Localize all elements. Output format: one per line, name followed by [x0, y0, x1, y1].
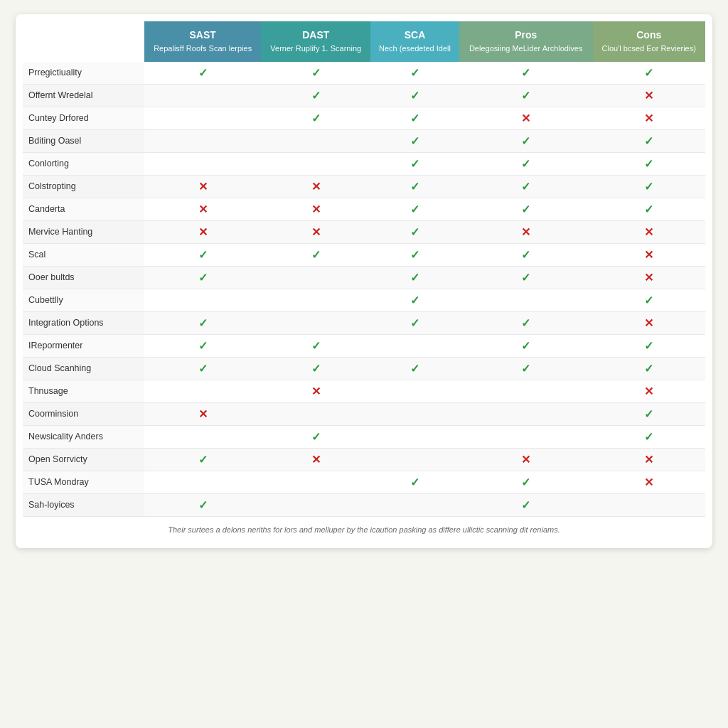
table-row: Prregictiuality✓✓✓✓✓ [23, 62, 705, 85]
check-icon: ✓ [644, 67, 653, 79]
check-icon: ✓ [521, 203, 530, 215]
cell-dast: ✓ [261, 334, 370, 357]
check-icon: ✓ [198, 272, 208, 284]
cell-pros: ✓ [459, 471, 593, 493]
cell-pros: ✓ [459, 152, 593, 175]
cell-dast [261, 471, 370, 493]
cell-sca: ✓ [370, 289, 459, 311]
cross-icon: ✕ [644, 317, 653, 329]
cell-feature: IRepormenter [23, 334, 144, 357]
cell-sast [144, 107, 262, 129]
comparison-table-container: SASTRepalisff Roofs Scan lerpiesDASTVern… [16, 14, 712, 548]
check-icon: ✓ [410, 181, 419, 193]
cell-pros [459, 380, 593, 402]
cell-sca: ✓ [370, 152, 459, 175]
check-icon: ✓ [311, 431, 321, 443]
cell-sca: ✓ [370, 62, 459, 85]
cell-feature: Newsicality Anders [23, 425, 144, 448]
table-header: SASTRepalisff Roofs Scan lerpiesDASTVern… [23, 21, 705, 62]
cell-sast [144, 380, 262, 402]
check-icon: ✓ [644, 181, 653, 193]
cell-feature: Coorminsion [23, 402, 144, 425]
cell-feature: Ooer bultds [23, 266, 144, 289]
check-icon: ✓ [521, 90, 530, 102]
check-icon: ✓ [521, 181, 530, 193]
cell-dast [261, 266, 370, 289]
cell-sca: ✓ [370, 357, 459, 380]
check-icon: ✓ [198, 499, 208, 511]
cross-icon: ✕ [644, 476, 653, 488]
cross-icon: ✕ [521, 226, 530, 238]
cell-feature: Mervice Hanting [23, 220, 144, 243]
cell-pros: ✓ [459, 62, 593, 85]
cell-cons: ✓ [593, 175, 706, 198]
cell-sast: ✕ [144, 175, 262, 198]
cell-pros [459, 289, 593, 311]
cell-feature: Prregictiuality [23, 62, 144, 85]
cell-dast: ✓ [261, 84, 370, 107]
cell-sca [370, 448, 459, 471]
check-icon: ✓ [521, 363, 530, 375]
cell-feature: Offernt Wredelal [23, 84, 144, 107]
table-row: Open Sorrvicty✓✕✕✕ [23, 448, 705, 471]
check-icon: ✓ [410, 112, 419, 124]
cross-icon: ✕ [311, 226, 321, 238]
cell-dast: ✕ [261, 198, 370, 220]
cell-dast: ✕ [261, 220, 370, 243]
cell-sca: ✓ [370, 107, 459, 129]
check-icon: ✓ [521, 158, 530, 170]
table-row: Conlorting✓✓✓ [23, 152, 705, 175]
cell-sca [370, 380, 459, 402]
check-icon: ✓ [644, 431, 653, 443]
cross-icon: ✕ [644, 226, 653, 238]
table-row: IRepormenter✓✓✓✓ [23, 334, 705, 357]
table-row: Thnusage✕✕ [23, 380, 705, 402]
table-row: Offernt Wredelal✓✓✓✕ [23, 84, 705, 107]
cell-pros: ✓ [459, 243, 593, 266]
check-icon: ✓ [644, 203, 653, 215]
cell-sast: ✕ [144, 402, 262, 425]
cross-icon: ✕ [644, 112, 653, 124]
cell-sast: ✓ [144, 243, 262, 266]
cell-sast: ✓ [144, 493, 262, 516]
cross-icon: ✕ [198, 181, 208, 193]
cell-cons: ✓ [593, 289, 706, 311]
check-icon: ✓ [521, 249, 530, 261]
cell-cons: ✓ [593, 152, 706, 175]
cell-feature: Sah-loyices [23, 493, 144, 516]
cell-dast: ✕ [261, 448, 370, 471]
check-icon: ✓ [410, 67, 419, 79]
cell-sast: ✓ [144, 334, 262, 357]
cell-dast [261, 402, 370, 425]
cross-icon: ✕ [311, 454, 321, 466]
cell-cons: ✓ [593, 334, 706, 357]
cross-icon: ✕ [198, 226, 208, 238]
cell-pros: ✓ [459, 311, 593, 334]
cell-sca: ✓ [370, 84, 459, 107]
cell-sast [144, 152, 262, 175]
check-icon: ✓ [521, 135, 530, 147]
table-row: Scal✓✓✓✓✕ [23, 243, 705, 266]
cell-sca: ✓ [370, 129, 459, 152]
cell-cons: ✕ [593, 311, 706, 334]
check-icon: ✓ [410, 363, 419, 375]
cell-cons: ✕ [593, 243, 706, 266]
cell-pros: ✓ [459, 357, 593, 380]
table-row: Cuntey Drfored✓✓✕✕ [23, 107, 705, 129]
comparison-table: SASTRepalisff Roofs Scan lerpiesDASTVern… [23, 21, 705, 517]
cell-dast [261, 152, 370, 175]
check-icon: ✓ [521, 499, 530, 511]
cell-cons: ✕ [593, 380, 706, 402]
check-icon: ✓ [410, 249, 419, 261]
cell-feature: Cloud Scanhing [23, 357, 144, 380]
cell-cons: ✕ [593, 220, 706, 243]
check-icon: ✓ [198, 67, 208, 79]
cell-cons: ✕ [593, 471, 706, 493]
cell-dast: ✓ [261, 357, 370, 380]
check-icon: ✓ [410, 476, 419, 488]
check-icon: ✓ [198, 363, 208, 375]
cell-dast [261, 289, 370, 311]
cell-cons: ✓ [593, 62, 706, 85]
check-icon: ✓ [521, 272, 530, 284]
check-icon: ✓ [521, 476, 530, 488]
